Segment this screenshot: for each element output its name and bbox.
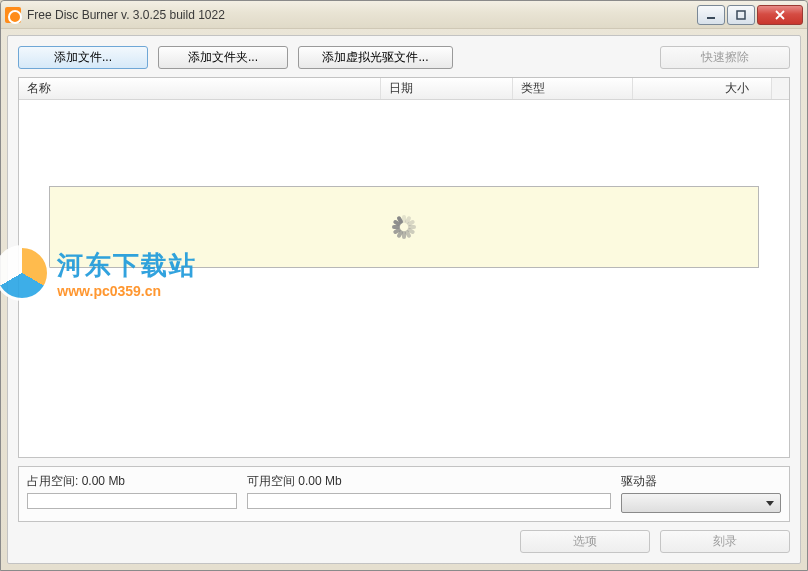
free-space-progress: [247, 493, 611, 509]
options-button[interactable]: 选项: [520, 530, 650, 553]
footer-buttons: 选项 刻录: [18, 530, 790, 553]
burn-button[interactable]: 刻录: [660, 530, 790, 553]
header-scroll-gap: [772, 78, 789, 99]
drive-select[interactable]: [621, 493, 781, 513]
minimize-button[interactable]: [697, 5, 725, 25]
quick-erase-button[interactable]: 快速擦除: [660, 46, 790, 69]
column-type[interactable]: 类型: [513, 78, 633, 99]
window-title: Free Disc Burner v. 3.0.25 build 1022: [27, 8, 697, 22]
add-folder-button[interactable]: 添加文件夹...: [158, 46, 288, 69]
app-window: Free Disc Burner v. 3.0.25 build 1022 添加…: [0, 0, 808, 571]
free-space-label: 可用空间 0.00 Mb: [247, 473, 611, 490]
content-area: 添加文件... 添加文件夹... 添加虚拟光驱文件... 快速擦除 名称 日期 …: [7, 35, 801, 564]
maximize-button[interactable]: [727, 5, 755, 25]
status-panel: 占用空间: 0.00 Mb 可用空间 0.00 Mb 驱动器: [18, 466, 790, 522]
svg-rect-1: [737, 11, 745, 19]
window-controls: [697, 5, 803, 25]
add-iso-button[interactable]: 添加虚拟光驱文件...: [298, 46, 453, 69]
toolbar: 添加文件... 添加文件夹... 添加虚拟光驱文件... 快速擦除: [18, 46, 790, 69]
drive-label: 驱动器: [621, 473, 781, 490]
free-space-group: 可用空间 0.00 Mb: [247, 473, 611, 513]
column-size[interactable]: 大小: [633, 78, 772, 99]
maximize-icon: [736, 10, 746, 20]
loading-overlay: [49, 186, 759, 268]
close-icon: [775, 10, 785, 20]
used-space-value: 0.00 Mb: [82, 474, 125, 488]
app-icon: [5, 7, 21, 23]
close-button[interactable]: [757, 5, 803, 25]
file-list: 名称 日期 类型 大小: [18, 77, 790, 458]
used-space-group: 占用空间: 0.00 Mb: [27, 473, 237, 513]
drive-group: 驱动器: [621, 473, 781, 513]
list-header: 名称 日期 类型 大小: [19, 78, 789, 100]
minimize-icon: [706, 10, 716, 20]
column-date[interactable]: 日期: [381, 78, 513, 99]
used-space-label: 占用空间: 0.00 Mb: [27, 473, 237, 490]
column-name[interactable]: 名称: [19, 78, 381, 99]
used-space-progress: [27, 493, 237, 509]
spinner-icon: [391, 214, 417, 240]
free-space-value: 0.00 Mb: [298, 474, 341, 488]
add-file-button[interactable]: 添加文件...: [18, 46, 148, 69]
svg-rect-0: [707, 17, 715, 19]
titlebar: Free Disc Burner v. 3.0.25 build 1022: [1, 1, 807, 29]
